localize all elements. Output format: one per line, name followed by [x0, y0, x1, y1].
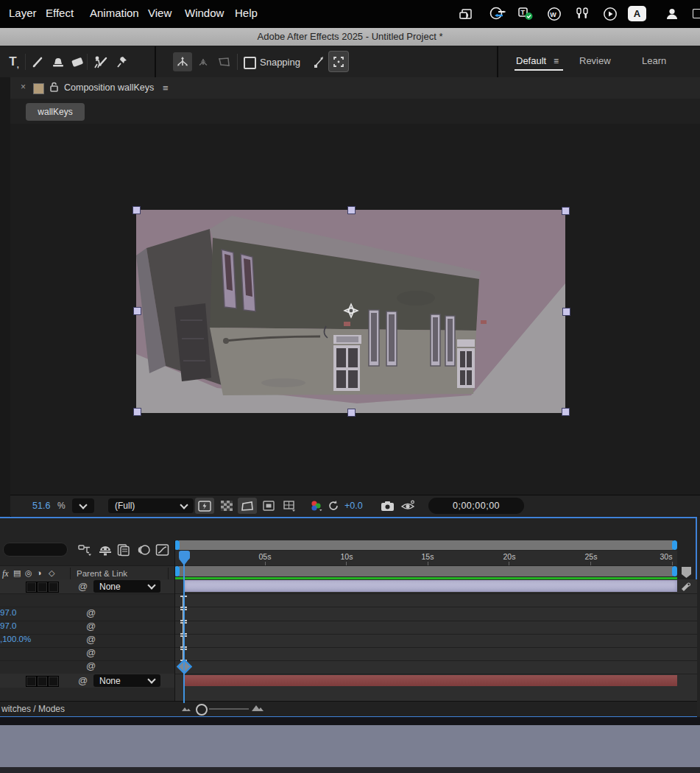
resolution-dropdown[interactable]: (Full): [108, 498, 194, 513]
input-source-a-icon[interactable]: A: [628, 6, 646, 21]
airpods-status-icon[interactable]: [574, 7, 590, 21]
reset-exposure-button[interactable]: [325, 498, 342, 513]
property1-pickwhip-icon[interactable]: @: [86, 608, 96, 618]
switches-modes-toggle[interactable]: witches / Modes: [1, 704, 65, 714]
transparency-grid-button[interactable]: [218, 498, 236, 514]
comp-color-swatch[interactable]: [33, 83, 44, 94]
type-tool[interactable]: T,: [4, 52, 24, 72]
navigator-end-handle[interactable]: [672, 540, 677, 550]
zoom-value[interactable]: 51.6: [32, 501, 50, 511]
creative-cloud-sync-icon[interactable]: [488, 7, 507, 21]
snapshot-camera-button[interactable]: [378, 498, 396, 513]
window-titlebar[interactable]: Adobe After Effects 2025 - Untitled Proj…: [0, 28, 700, 46]
selection-handle-bottom-left[interactable]: [133, 408, 141, 416]
anchor-point-crosshair[interactable]: [343, 303, 359, 319]
selection-handle-mid-right[interactable]: [562, 308, 570, 316]
property3-pickwhip-icon[interactable]: @: [86, 635, 96, 644]
region-of-interest-button[interactable]: [260, 498, 277, 514]
layer-row-2-columns[interactable]: @ None: [0, 674, 174, 688]
motion-blur-icon[interactable]: [136, 543, 151, 557]
timeline-navigator-bar[interactable]: [179, 540, 673, 550]
frame-blend-column-icon[interactable]: ▤: [13, 568, 21, 578]
workspace-tab-review[interactable]: Review: [579, 55, 611, 66]
mask-visibility-button[interactable]: [238, 498, 257, 514]
layer1-switch-1[interactable]: [26, 582, 37, 593]
property-value-1[interactable]: 97.0: [0, 608, 16, 617]
menu-view[interactable]: View: [148, 7, 172, 19]
layer2-duration-bar[interactable]: [183, 675, 677, 686]
selection-handle-mid-left[interactable]: [133, 307, 141, 315]
workspace-tab-default[interactable]: Default: [516, 55, 546, 66]
layer1-parent-dropdown[interactable]: None: [93, 580, 160, 593]
selection-handle-top-center[interactable]: [347, 206, 356, 214]
view-axis-mode-button[interactable]: [214, 52, 233, 71]
layer1-switch-3[interactable]: [48, 582, 59, 593]
exposure-value[interactable]: +0.0: [344, 501, 363, 511]
roto-brush-tool[interactable]: [91, 52, 110, 72]
layer1-parent-pickwhip-icon[interactable]: @: [78, 582, 88, 591]
timecode-field[interactable]: 0;00;00;00: [428, 498, 524, 514]
snap-bounds-button[interactable]: [329, 52, 348, 71]
show-snapshot-eye-button[interactable]: [399, 498, 417, 513]
navigator-start-handle[interactable]: [174, 540, 180, 550]
comp-marker-bin-icon[interactable]: [680, 565, 693, 579]
user-account-status-icon[interactable]: [665, 7, 679, 21]
selection-handle-top-left[interactable]: [132, 206, 141, 214]
fx-column-icon[interactable]: fx: [2, 568, 9, 579]
workspace-menu-icon[interactable]: ≡: [554, 56, 559, 66]
eraser-tool[interactable]: [68, 52, 86, 72]
property2-pickwhip-icon[interactable]: @: [86, 621, 96, 631]
composition-viewer[interactable]: [10, 124, 700, 495]
motion-blur-column-icon[interactable]: ◎: [25, 568, 32, 578]
work-area-start-handle[interactable]: [174, 566, 180, 576]
column-divider[interactable]: [174, 540, 175, 703]
menu-effect[interactable]: Effect: [46, 7, 74, 19]
menu-animation[interactable]: Animation: [90, 7, 139, 19]
layer2-switch-3[interactable]: [48, 676, 59, 687]
threed-layer-column-icon[interactable]: ◇: [49, 568, 54, 578]
brush-tool[interactable]: [29, 52, 47, 72]
grid-guides-button[interactable]: [280, 498, 299, 514]
menu-help[interactable]: Help: [235, 7, 258, 19]
playhead-line[interactable]: [183, 551, 185, 703]
selection-handle-bottom-right[interactable]: [562, 408, 570, 416]
snap-pointer-icon[interactable]: [311, 52, 328, 71]
layer2-parent-pickwhip-icon[interactable]: @: [78, 676, 88, 685]
zoom-in-mountain-icon[interactable]: [251, 704, 264, 712]
work-area-track[interactable]: [174, 566, 677, 576]
work-area-end-handle[interactable]: [672, 566, 677, 576]
local-axis-mode-button[interactable]: [173, 52, 192, 71]
workspace-tab-learn[interactable]: Learn: [642, 55, 666, 66]
parent-link-column-label[interactable]: Parent & Link: [77, 569, 127, 578]
lock-icon[interactable]: [49, 82, 59, 93]
timeline-navigator-track[interactable]: [174, 540, 677, 550]
work-area-bar[interactable]: [179, 566, 673, 576]
layer-row-1-columns[interactable]: @ None: [0, 579, 174, 593]
menu-window[interactable]: Window: [185, 7, 224, 19]
playhead-handle-point[interactable]: [179, 559, 189, 565]
puppet-pin-tool[interactable]: [113, 52, 132, 72]
property5-pickwhip-icon[interactable]: @: [86, 661, 96, 671]
layer2-parent-dropdown[interactable]: None: [93, 674, 160, 687]
zoom-dropdown[interactable]: [72, 498, 94, 513]
comp-breadcrumb-button[interactable]: wallKeys: [26, 103, 85, 121]
world-axis-mode-button[interactable]: [194, 52, 213, 71]
outlook-status-icon[interactable]: [459, 7, 473, 21]
snapping-checkbox[interactable]: [244, 57, 256, 69]
selection-handle-bottom-center[interactable]: [347, 409, 356, 417]
graph-editor-icon[interactable]: [155, 543, 169, 557]
teams-status-icon[interactable]: T: [517, 7, 534, 21]
fast-preview-button[interactable]: [195, 498, 214, 514]
layer2-switch-2[interactable]: [37, 676, 48, 687]
w-circle-status-icon[interactable]: W: [547, 7, 562, 21]
layer1-duration-bar[interactable]: [183, 580, 677, 592]
timeline-search-input[interactable]: [3, 543, 68, 557]
frame-blending-icon[interactable]: [117, 543, 130, 557]
panel-menu-icon[interactable]: ≡: [163, 82, 169, 93]
layer2-switch-1[interactable]: [26, 676, 37, 687]
property-value-3[interactable]: ,100.0%: [0, 635, 31, 643]
menu-layer[interactable]: Layer: [9, 7, 37, 19]
timeline-zoom-slider-knob[interactable]: [196, 704, 208, 716]
comp-tab-title[interactable]: Composition wallKeys: [64, 82, 154, 93]
play-circle-status-icon[interactable]: [603, 7, 618, 21]
